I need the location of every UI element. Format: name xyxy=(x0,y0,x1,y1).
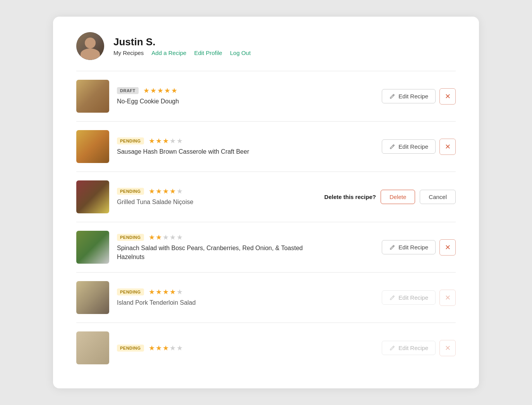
delete-question-text: Delete this recipe? xyxy=(324,194,376,200)
recipe-thumbnail xyxy=(76,281,109,314)
star-filled: ★ xyxy=(170,288,176,296)
status-badge: PENDING xyxy=(117,345,144,352)
confirm-delete-button[interactable]: Delete xyxy=(381,190,415,204)
star-filled: ★ xyxy=(143,86,149,95)
avatar-image xyxy=(76,32,104,60)
star-filled: ★ xyxy=(170,187,176,196)
recipe-meta: PENDING★★★★★ xyxy=(117,137,374,145)
recipe-actions: Delete this recipe?DeleteCancel xyxy=(324,190,456,204)
star-empty: ★ xyxy=(163,233,169,242)
recipe-meta: DRAFT★★★★★ xyxy=(117,86,374,95)
recipe-actions: Edit Recipe✕ xyxy=(382,239,456,256)
close-icon: ✕ xyxy=(445,142,451,151)
recipe-info: DRAFT★★★★★No-Egg Cookie Dough xyxy=(117,86,374,106)
status-badge: PENDING xyxy=(117,137,144,144)
pencil-icon xyxy=(389,93,395,100)
log-out-link[interactable]: Log Out xyxy=(230,50,251,56)
pencil-icon xyxy=(389,244,395,251)
star-filled: ★ xyxy=(156,187,162,196)
star-filled: ★ xyxy=(164,86,170,95)
edit-recipe-label: Edit Recipe xyxy=(398,345,428,351)
delete-recipe-button[interactable]: ✕ xyxy=(439,139,456,155)
table-row: PENDING★★★★★Island Pork Tenderloin Salad… xyxy=(76,273,456,323)
delete-recipe-button: ✕ xyxy=(439,340,456,356)
edit-recipe-button[interactable]: Edit Recipe xyxy=(382,139,436,154)
delete-confirm: Delete this recipe?DeleteCancel xyxy=(324,190,456,204)
star-empty: ★ xyxy=(177,137,183,145)
star-empty: ★ xyxy=(177,187,183,196)
star-filled: ★ xyxy=(156,288,162,296)
edit-recipe-button[interactable]: Edit Recipe xyxy=(382,240,436,254)
star-empty: ★ xyxy=(177,233,183,242)
star-rating: ★★★★★ xyxy=(149,233,183,242)
delete-recipe-button[interactable]: ✕ xyxy=(439,239,456,256)
recipe-actions: Edit Recipe✕ xyxy=(382,340,456,356)
table-row: PENDING★★★★★Spinach Salad with Bosc Pear… xyxy=(76,222,456,273)
star-filled: ★ xyxy=(156,137,162,145)
edit-recipe-button: Edit Recipe xyxy=(382,290,436,305)
recipe-actions: Edit Recipe✕ xyxy=(382,139,456,155)
star-filled: ★ xyxy=(149,344,155,352)
edit-recipe-button: Edit Recipe xyxy=(382,341,436,355)
recipe-thumbnail xyxy=(76,180,109,213)
pencil-icon xyxy=(389,144,395,150)
edit-recipe-button[interactable]: Edit Recipe xyxy=(382,89,436,103)
star-filled: ★ xyxy=(163,187,169,196)
star-rating: ★★★★★ xyxy=(149,288,183,296)
edit-recipe-label: Edit Recipe xyxy=(398,244,428,251)
my-recipes-label: My Recipes xyxy=(113,50,144,56)
star-filled: ★ xyxy=(156,233,162,242)
star-rating: ★★★★★ xyxy=(149,137,183,145)
edit-recipe-label: Edit Recipe xyxy=(398,93,428,100)
star-filled: ★ xyxy=(163,288,169,296)
star-rating: ★★★★★ xyxy=(149,344,183,352)
recipe-meta: PENDING★★★★★ xyxy=(117,233,374,242)
recipe-title: Sausage Hash Brown Casserole with Craft … xyxy=(117,148,311,156)
recipe-info: PENDING★★★★★Sausage Hash Brown Casserole… xyxy=(117,137,374,156)
avatar xyxy=(76,32,104,60)
close-icon: ✕ xyxy=(445,344,451,352)
profile-info: Justin S. My Recipes Add a Recipe Edit P… xyxy=(113,36,251,56)
star-empty: ★ xyxy=(170,137,176,145)
close-icon: ✕ xyxy=(445,243,451,252)
pencil-icon xyxy=(389,295,395,301)
add-recipe-link[interactable]: Add a Recipe xyxy=(151,50,186,56)
recipe-meta: PENDING★★★★★ xyxy=(117,187,317,196)
delete-recipe-button[interactable]: ✕ xyxy=(439,88,456,105)
recipe-info: PENDING★★★★★ xyxy=(117,344,374,352)
pencil-icon xyxy=(389,345,395,351)
recipe-meta: PENDING★★★★★ xyxy=(117,288,374,296)
recipe-info: PENDING★★★★★Spinach Salad with Bosc Pear… xyxy=(117,233,374,261)
recipe-actions: Edit Recipe✕ xyxy=(382,290,456,306)
table-row: PENDING★★★★★ Edit Recipe✕ xyxy=(76,323,456,373)
recipe-thumbnail xyxy=(76,231,109,264)
recipe-list: DRAFT★★★★★No-Egg Cookie Dough Edit Recip… xyxy=(76,71,456,373)
delete-recipe-button: ✕ xyxy=(439,290,456,306)
edit-recipe-label: Edit Recipe xyxy=(398,143,428,150)
recipe-info: PENDING★★★★★Island Pork Tenderloin Salad xyxy=(117,288,374,307)
cancel-delete-button[interactable]: Cancel xyxy=(420,190,456,204)
edit-recipe-label: Edit Recipe xyxy=(398,294,428,301)
star-rating: ★★★★★ xyxy=(149,187,183,196)
star-filled: ★ xyxy=(163,344,169,352)
close-icon: ✕ xyxy=(445,92,451,101)
edit-profile-link[interactable]: Edit Profile xyxy=(194,50,222,56)
table-row: DRAFT★★★★★No-Egg Cookie Dough Edit Recip… xyxy=(76,71,456,122)
recipe-thumbnail xyxy=(76,130,109,163)
star-filled: ★ xyxy=(149,187,155,196)
close-icon: ✕ xyxy=(445,293,451,302)
star-empty: ★ xyxy=(177,288,183,296)
profile-name: Justin S. xyxy=(113,36,251,48)
star-filled: ★ xyxy=(149,137,155,145)
star-empty: ★ xyxy=(170,233,176,242)
recipe-title: Spinach Salad with Bosc Pears, Cranberri… xyxy=(117,244,311,261)
recipe-title: Grilled Tuna Salade Niçoise xyxy=(117,198,311,206)
profile-nav: My Recipes Add a Recipe Edit Profile Log… xyxy=(113,50,251,56)
star-empty: ★ xyxy=(177,344,183,352)
recipe-thumbnail xyxy=(76,331,109,364)
table-row: PENDING★★★★★Sausage Hash Brown Casserole… xyxy=(76,122,456,172)
recipe-info: PENDING★★★★★Grilled Tuna Salade Niçoise xyxy=(117,187,317,206)
star-filled: ★ xyxy=(150,86,156,95)
star-rating: ★★★★★ xyxy=(143,86,177,95)
star-filled: ★ xyxy=(171,86,177,95)
